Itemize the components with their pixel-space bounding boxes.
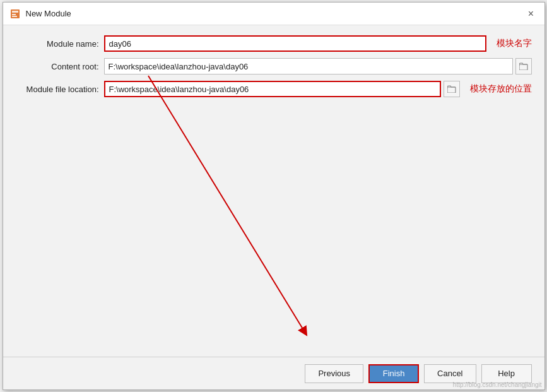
content-root-input[interactable] bbox=[104, 58, 513, 74]
module-name-input[interactable] bbox=[104, 35, 486, 52]
module-file-location-annotation: 模块存放的位置 bbox=[470, 83, 532, 95]
svg-line-6 bbox=[148, 76, 305, 332]
module-name-label: Module name: bbox=[16, 39, 104, 49]
titlebar: New Module × bbox=[3, 3, 544, 25]
svg-rect-5 bbox=[447, 87, 456, 93]
module-file-location-input-wrap bbox=[104, 81, 460, 97]
content-root-browse-button[interactable] bbox=[515, 58, 532, 74]
module-file-location-browse-button[interactable] bbox=[444, 81, 460, 97]
module-name-row: Module name: 模块名字 bbox=[16, 35, 532, 52]
new-module-dialog: New Module × Module name: 模块名字 Content r… bbox=[3, 2, 545, 390]
close-button[interactable]: × bbox=[524, 7, 538, 21]
svg-rect-3 bbox=[12, 16, 17, 17]
cancel-button[interactable]: Cancel bbox=[424, 364, 476, 383]
module-file-location-label: Module file location: bbox=[16, 85, 104, 94]
content-root-label: Content root: bbox=[16, 62, 104, 71]
titlebar-left: New Module bbox=[9, 8, 71, 20]
previous-button[interactable]: Previous bbox=[305, 364, 363, 383]
svg-rect-4 bbox=[519, 64, 527, 70]
svg-rect-1 bbox=[12, 11, 18, 13]
module-name-annotation: 模块名字 bbox=[497, 38, 532, 49]
dialog-body: Module name: 模块名字 Content root: Module bbox=[3, 25, 544, 357]
finish-button[interactable]: Finish bbox=[368, 364, 419, 383]
module-name-input-wrap bbox=[104, 35, 486, 52]
dialog-title: New Module bbox=[26, 9, 71, 18]
module-icon bbox=[9, 8, 21, 20]
module-file-location-input[interactable] bbox=[104, 81, 441, 97]
dialog-footer: Previous Finish Cancel Help bbox=[3, 357, 544, 389]
module-file-location-row: Module file location: 模块存放的位置 bbox=[16, 81, 532, 97]
help-button[interactable]: Help bbox=[481, 364, 532, 383]
svg-rect-2 bbox=[12, 14, 16, 15]
annotation-arrow bbox=[3, 25, 544, 357]
content-root-input-wrap bbox=[104, 58, 532, 74]
content-root-row: Content root: bbox=[16, 58, 532, 74]
